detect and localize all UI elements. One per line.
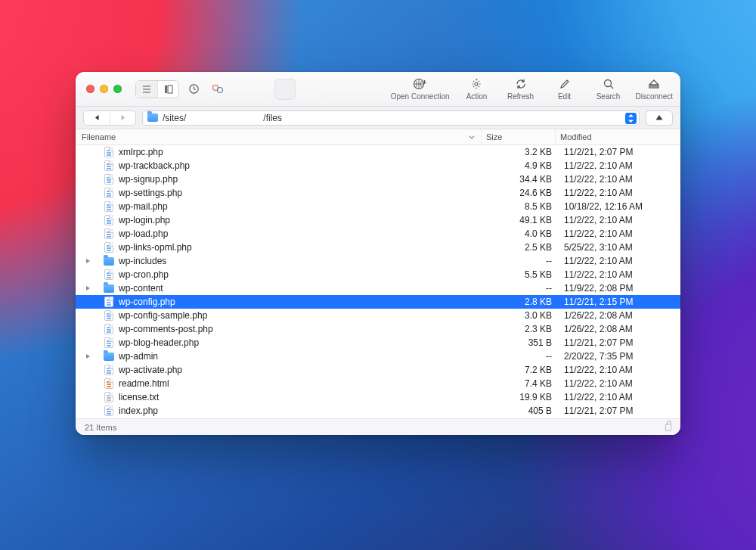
open-connection-button[interactable]: Open Connection [391, 77, 450, 101]
disclosure-triangle[interactable] [83, 353, 92, 359]
file-modified: 11/2/22, 2:10 AM [559, 215, 680, 225]
file-modified: 5/25/22, 3:10 AM [559, 242, 680, 253]
file-row[interactable]: wp-config-sample.php3.0 KB1/26/22, 2:08 … [76, 309, 680, 322]
go-up-button[interactable] [646, 110, 673, 126]
php-file-icon [104, 228, 113, 239]
column-modified[interactable]: Modified [555, 129, 676, 144]
folder-icon [104, 353, 114, 361]
file-modified: 11/2/22, 2:10 AM [559, 174, 680, 185]
disconnect-button[interactable]: Disconnect [636, 77, 673, 101]
file-modified: 11/2/22, 2:10 AM [559, 392, 680, 402]
file-name: index.php [119, 406, 485, 416]
file-row[interactable]: wp-content--11/9/22, 2:08 PM [76, 281, 680, 295]
file-row[interactable]: wp-mail.php8.5 KB10/18/22, 12:16 AM [76, 200, 680, 213]
file-size: 405 B [485, 406, 559, 416]
php-file-icon [104, 160, 113, 171]
file-row[interactable]: wp-cron.php5.5 KB11/2/22, 2:10 AM [76, 268, 680, 281]
column-filename[interactable]: Filename [76, 132, 481, 141]
php-file-icon [104, 337, 113, 348]
file-row[interactable]: wp-links-opml.php2.5 KB5/25/22, 3:10 AM [76, 241, 680, 254]
file-row[interactable]: wp-includes--11/2/22, 2:10 AM [76, 254, 680, 268]
file-name: wp-mail.php [119, 201, 485, 212]
file-row[interactable]: wp-signup.php34.4 KB11/2/22, 2:10 AM [76, 172, 680, 186]
close-window-button[interactable] [86, 85, 94, 93]
toolbar-actions: Open Connection Action Refresh Edit Sear… [391, 77, 673, 101]
file-name: wp-load.php [119, 228, 485, 239]
file-name: wp-links-opml.php [119, 242, 485, 253]
php-file-icon [104, 188, 113, 198]
svg-point-4 [218, 87, 223, 92]
file-row[interactable]: wp-login.php49.1 KB11/2/22, 2:10 AM [76, 213, 680, 227]
php-file-icon [104, 201, 113, 212]
file-name: wp-includes [119, 256, 485, 266]
file-row[interactable]: index.php405 B11/2/21, 2:07 PM [76, 404, 680, 418]
svg-point-7 [604, 80, 611, 87]
file-row[interactable]: wp-load.php4.0 KB11/2/22, 2:10 AM [76, 227, 680, 241]
sync-button[interactable] [208, 80, 228, 98]
file-size: 7.4 KB [485, 378, 559, 389]
refresh-button[interactable]: Refresh [504, 77, 538, 101]
php-file-icon [104, 215, 113, 225]
svg-rect-8 [649, 86, 658, 88]
file-row[interactable]: readme.html7.4 KB11/2/22, 2:10 AM [76, 377, 680, 390]
path-dropdown-button[interactable] [625, 113, 637, 124]
file-row[interactable]: wp-config.php2.8 KB11/2/21, 2:15 PM [76, 295, 680, 309]
file-size: 5.5 KB [485, 269, 559, 280]
search-button[interactable]: Search [592, 77, 625, 101]
html-file-icon [104, 378, 113, 389]
file-row[interactable]: wp-settings.php24.6 KB11/2/22, 2:10 AM [76, 186, 680, 200]
file-size: -- [485, 256, 559, 266]
file-modified: 1/26/22, 2:08 AM [559, 310, 680, 321]
file-name: wp-activate.php [119, 365, 485, 375]
file-size: 8.5 KB [485, 201, 559, 212]
nav-forward-button[interactable] [110, 111, 135, 125]
file-modified: 11/2/22, 2:10 AM [559, 269, 680, 280]
file-modified: 11/2/22, 2:10 AM [559, 365, 680, 375]
list-view-button[interactable] [136, 81, 157, 98]
zoom-window-button[interactable] [113, 85, 122, 93]
ftp-window: Open Connection Action Refresh Edit Sear… [76, 72, 680, 435]
file-list[interactable]: xmlrpc.php3.2 KB11/2/21, 2:07 PMwp-track… [76, 145, 680, 418]
folder-icon [104, 257, 114, 266]
file-size: 34.4 KB [485, 174, 559, 185]
file-name: license.txt [119, 392, 485, 402]
gear-icon [471, 78, 483, 90]
lock-icon [665, 424, 671, 431]
file-modified: 11/2/21, 2:07 PM [559, 406, 680, 416]
file-size: 2.5 KB [485, 242, 559, 253]
file-row[interactable]: license.txt19.9 KB11/2/22, 2:10 AM [76, 390, 680, 404]
file-row[interactable]: wp-comments-post.php2.3 KB1/26/22, 2:08 … [76, 322, 680, 336]
queue-button[interactable] [274, 79, 296, 100]
svg-rect-1 [168, 85, 172, 93]
file-row[interactable]: wp-trackback.php4.9 KB11/2/22, 2:10 AM [76, 159, 680, 172]
php-file-icon [104, 242, 113, 253]
action-menu-button[interactable]: Action [460, 77, 494, 101]
column-view-button[interactable] [157, 81, 178, 98]
disclosure-triangle[interactable] [83, 285, 92, 291]
file-row[interactable]: xmlrpc.php3.2 KB11/2/21, 2:07 PM [76, 145, 680, 159]
file-modified: 11/2/21, 2:07 PM [559, 147, 680, 157]
file-size: -- [485, 351, 559, 362]
nav-back-button[interactable] [84, 111, 110, 125]
file-size: 19.9 KB [485, 392, 559, 402]
file-row[interactable]: wp-blog-header.php351 B11/2/21, 2:07 PM [76, 336, 680, 350]
file-modified: 11/2/22, 2:10 AM [559, 228, 680, 239]
edit-button[interactable]: Edit [548, 77, 581, 101]
file-row[interactable]: wp-admin--2/20/22, 7:35 PM [76, 350, 680, 363]
php-file-icon [104, 174, 113, 185]
file-size: 351 B [485, 337, 559, 348]
disclosure-triangle[interactable] [83, 258, 92, 264]
path-field[interactable]: /sites/ /files [142, 110, 640, 126]
file-modified: 2/20/22, 7:35 PM [559, 351, 680, 362]
file-name: wp-signup.php [119, 174, 485, 185]
minimize-window-button[interactable] [100, 85, 108, 93]
file-modified: 11/2/22, 2:10 AM [559, 188, 680, 198]
column-size[interactable]: Size [481, 129, 555, 144]
file-name: wp-blog-header.php [119, 337, 485, 348]
file-row[interactable]: wp-activate.php7.2 KB11/2/22, 2:10 AM [76, 363, 680, 377]
file-name: readme.html [119, 378, 485, 389]
php-file-icon [104, 310, 113, 321]
path-bar: /sites/ /files [76, 107, 680, 129]
file-modified: 11/2/22, 2:10 AM [559, 378, 680, 389]
history-button[interactable] [184, 80, 203, 98]
